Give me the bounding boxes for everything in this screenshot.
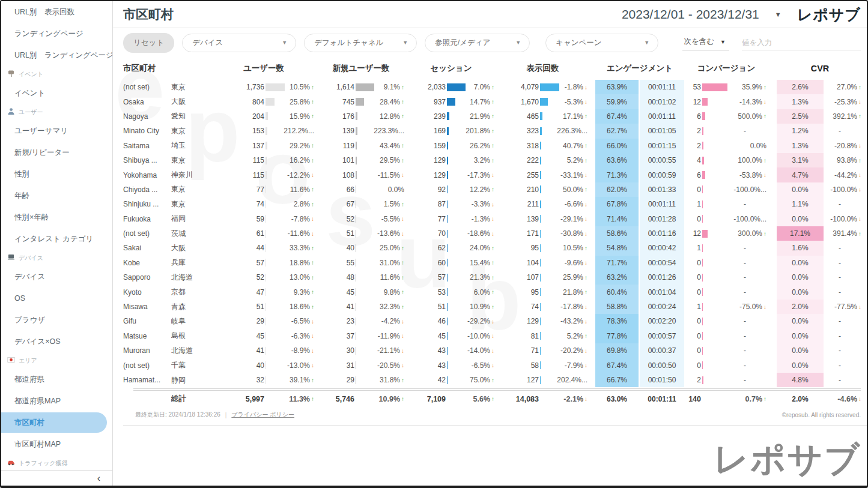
sidebar-item[interactable]: 性別 (1, 163, 112, 185)
column-header-conversions[interactable]: コンバージョン (684, 63, 768, 74)
sidebar-item[interactable]: 都道府県 (1, 369, 112, 390)
table-row: Kobe兵庫5718.8%↑5531.0%↑6015.4%↑104-9.6%↓7… (123, 256, 867, 270)
cell-sessions: 53 (406, 285, 466, 299)
filter-dropdown-label: 参照元/メディア (435, 38, 490, 48)
sidebar-item[interactable]: デバイス (1, 266, 112, 288)
sidebar-item[interactable]: URL別 表示回数 (1, 1, 112, 23)
sidebar-item[interactable]: 性別×年齢 (1, 206, 112, 228)
collapse-chevron-icon[interactable]: ‹ (97, 473, 100, 484)
column-header-engagement[interactable]: エンゲージメント (595, 63, 684, 74)
sidebar-item[interactable]: OS (1, 288, 112, 309)
cell-prefecture: 大阪 (171, 94, 211, 109)
delta-users: 18.6%↑ (286, 300, 316, 314)
sidebar-item[interactable]: 市区町村MAP (1, 433, 112, 455)
cell-views: 14,083 (496, 395, 559, 403)
filter-dropdown[interactable]: デバイス▼ (182, 34, 296, 52)
cell-cvr: 0.0% (777, 285, 824, 299)
cell-views: 210 (496, 182, 559, 197)
cell-new-users: 48 (316, 270, 376, 285)
cell-sessions: 169 (406, 124, 466, 138)
sidebar-section-label: ユーザー (1, 104, 112, 120)
delta-users: 9.3%↑ (286, 285, 316, 299)
delta-views: 10.5%↑ (559, 241, 589, 255)
table-row: Shibuya ...東京11516.2%↑10129.5%↑1293.2%↑2… (123, 153, 867, 167)
user-icon (7, 107, 15, 116)
cell-new-users: 119 (316, 139, 376, 153)
table-row: (not set)千葉40-13.0%↓31-20.5%↓43-6.5%↓58-… (123, 358, 867, 372)
page-title: 市区町村 (123, 6, 174, 23)
reset-button[interactable]: リセット (123, 33, 174, 53)
chevron-down-icon: ▼ (515, 40, 521, 46)
cell-views: 4,079 (496, 80, 559, 94)
cell-conversions: 2 (684, 139, 729, 153)
cell-new-users: 101 (316, 153, 376, 167)
cell-prefecture: 岐阜 (171, 314, 211, 328)
filter-dropdown[interactable]: キャンペーン▼ (545, 34, 658, 52)
cell-cvr: 0.0% (777, 256, 824, 270)
cell-views: 58 (496, 358, 559, 372)
sidebar-section-label: トラフィック獲得 (1, 455, 112, 471)
filter-dropdown[interactable]: デフォルトチャネル▼ (304, 34, 417, 52)
cell-cvr: 1.2% (777, 124, 824, 138)
cell-engagement-rate: 59.9% (595, 94, 639, 109)
brand-logo: レポサブ (797, 5, 861, 25)
sidebar-item[interactable]: ランディングページ (1, 23, 112, 44)
cell-views: 139 (496, 212, 559, 226)
privacy-policy-link[interactable]: プライバシー ポリシー (231, 411, 294, 419)
delta-users: 29.2%↑ (286, 139, 316, 153)
cell-engagement-time: 00:01:11 (640, 80, 684, 94)
sidebar-item[interactable]: 新規/リピーター (1, 142, 112, 163)
column-header-city[interactable]: 市区町村 (123, 63, 211, 74)
delta-sessions: -6.5%↓ (466, 358, 496, 372)
column-header-new-users[interactable]: 新規ユーザー数 (316, 63, 406, 74)
sidebar-item[interactable]: イベント (1, 82, 112, 104)
sidebar-item[interactable]: ユーザーサマリ (1, 120, 112, 142)
table-row: Gifu岐阜29-6.5%↓23-4.2%↓46-29.2%↓129-43.2%… (123, 314, 867, 328)
cell-prefecture: 北海道 (171, 270, 211, 285)
cell-engagement-rate: 78.3% (595, 314, 639, 328)
delta-new-users: 11.6%↑ (376, 270, 406, 285)
cell-engagement-rate: 67.4% (595, 358, 639, 372)
cell-engagement-rate: 67.8% (595, 197, 639, 211)
condition-dropdown[interactable]: 次を含む ▼ (682, 35, 729, 50)
delta-sessions: 15.4%↑ (466, 256, 496, 270)
sidebar-item-selected[interactable]: 市区町村 (1, 412, 107, 433)
delta-sessions: 6.0%↑ (466, 285, 496, 299)
delta-views: -20.2%↓ (559, 343, 589, 358)
cell-users: 47 (211, 285, 286, 299)
delta-views: -30.8%↓ (559, 226, 589, 241)
delta-conversions: - (729, 329, 768, 343)
cell-conversions: 1 (684, 197, 729, 211)
column-header-sessions[interactable]: セッション (406, 63, 496, 74)
sidebar-item[interactable]: 年齢 (1, 185, 112, 206)
table-row: (not set)東京1,73610.5%↑1,6149.1%↑2,0337.0… (123, 80, 867, 94)
sidebar-item[interactable]: ブラウザ (1, 309, 112, 331)
cell-prefecture: 島根 (171, 329, 211, 343)
sidebar-item[interactable]: デバイス×OS (1, 331, 112, 352)
delta-views: 25.9%↑ (559, 270, 589, 285)
delta-new-users: 43.4%↑ (376, 139, 406, 153)
cell-users: 1,736 (211, 80, 286, 94)
delta-views: -5.3%↓ (559, 94, 589, 109)
column-header-cvr[interactable]: CVR (777, 64, 863, 73)
cell-engagement-rate: 71.3% (595, 167, 639, 182)
delta-sessions: 75.0%↑ (466, 373, 496, 387)
filter-dropdown[interactable]: 参照元/メディア▼ (425, 34, 530, 52)
cell-views: 171 (496, 226, 559, 241)
cell-prefecture: 東京 (171, 124, 211, 138)
cell-users: 804 (211, 94, 286, 109)
cell-cvr: 4.7% (777, 167, 824, 182)
delta-users: 39.1%↑ (286, 373, 316, 387)
column-header-users[interactable]: ユーザー数 (211, 63, 316, 74)
sidebar-item[interactable]: URL別 ランディングページ (1, 44, 112, 66)
delta-sessions: 21.9%↑ (466, 109, 496, 124)
sidebar-item[interactable]: 都道府県MAP (1, 390, 112, 412)
column-header-views[interactable]: 表示回数 (496, 63, 589, 74)
cell-conversions: 6 (684, 167, 729, 182)
delta-views: -43.2%↓ (559, 314, 589, 328)
sidebar-item[interactable]: インタレスト カテゴリ (1, 228, 112, 250)
cell-cvr: 0.0% (777, 270, 824, 285)
cell-engagement-time: 00:02:20 (640, 314, 684, 328)
filter-value-input[interactable] (742, 35, 861, 50)
date-range-picker[interactable]: 2023/12/01 - 2023/12/31 ▼ (622, 7, 782, 22)
